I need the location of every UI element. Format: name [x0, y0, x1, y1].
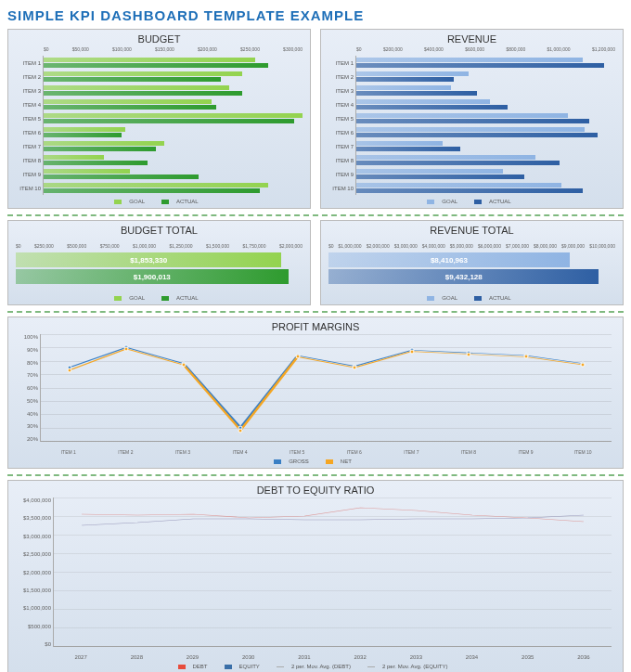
row-label: ITEM 5: [328, 111, 356, 125]
hbar-row: [356, 56, 615, 70]
budget-total-title: BUDGET TOTAL: [16, 225, 303, 236]
revenue-total-title: REVENUE TOTAL: [328, 225, 615, 236]
hbar-row: [44, 56, 303, 70]
row-label: ITEM 8: [16, 153, 44, 167]
hbar-row: [44, 181, 303, 195]
budget-panel: BUDGET $0$50,000$100,000$150,000$200,000…: [7, 29, 311, 209]
row-label: ITEM 7: [16, 139, 44, 153]
data-point: [467, 352, 471, 356]
hbar-row: [356, 167, 615, 181]
hbar-row: [356, 139, 615, 153]
row-label: ITEM 1: [16, 56, 44, 70]
data-point: [124, 346, 129, 351]
hbar-row: [44, 153, 303, 167]
row-label: ITEM 6: [328, 125, 356, 139]
hbar-row: [44, 167, 303, 181]
hbar-row: [356, 70, 615, 84]
hbar-row: [44, 70, 303, 84]
row-label: ITEM 3: [16, 84, 44, 97]
data-point: [353, 365, 357, 369]
hbar-row: [356, 125, 615, 139]
budget-total-actual-bar: $1,900,013: [16, 269, 289, 284]
data-point: [238, 428, 243, 433]
page-title: SIMPLE KPI DASHBOARD TEMPLATE EXAMPLE: [7, 7, 624, 23]
row-label: ITEM 8: [328, 153, 356, 167]
row-label: ITEM 7: [328, 139, 356, 153]
row-label: ITEM 10: [16, 181, 44, 195]
hbar-row: [356, 84, 615, 97]
row-label: ITEM 9: [328, 167, 356, 181]
hbar-row: [356, 181, 615, 195]
row-label: ITEM 2: [16, 70, 44, 84]
hbar-row: [44, 125, 303, 139]
row-label: ITEM 10: [328, 181, 356, 195]
hbar-row: [356, 153, 615, 167]
row-label: ITEM 4: [328, 97, 356, 111]
row-label: ITEM 3: [328, 84, 356, 97]
budget-title: BUDGET: [16, 33, 303, 45]
hbar-row: [356, 111, 615, 125]
data-point: [181, 363, 186, 368]
debt-equity-panel: DEBT TO EQUITY RATIO $4,000,000$3,500,00…: [7, 480, 624, 672]
row-label: ITEM 6: [16, 125, 44, 139]
data-point: [67, 368, 71, 372]
budget-total-panel: BUDGET TOTAL $0$250,000$500,000$750,000$…: [7, 220, 311, 305]
revenue-total-goal-bar: $8,410,963: [328, 252, 570, 267]
row-label: ITEM 9: [16, 167, 44, 181]
hbar-row: [44, 97, 303, 111]
revenue-total-actual-bar: $9,432,128: [328, 269, 599, 284]
row-label: ITEM 5: [16, 111, 44, 125]
profit-title: PROFIT MARGINS: [16, 321, 615, 332]
revenue-title: REVENUE: [328, 33, 615, 45]
row-label: ITEM 1: [328, 56, 356, 70]
hbar-row: [44, 111, 303, 125]
hbar-row: [44, 84, 303, 97]
data-point: [581, 363, 586, 368]
data-point: [409, 349, 414, 354]
profit-panel: PROFIT MARGINS 100%90%80%70%60%50%40%30%…: [7, 317, 624, 469]
row-label: ITEM 2: [328, 70, 356, 84]
revenue-panel: REVENUE $0$200,000$400,000$600,000$800,0…: [320, 29, 624, 209]
divider: [7, 214, 624, 216]
revenue-total-panel: REVENUE TOTAL $0$1,000,000$2,000,000$3,0…: [320, 220, 624, 305]
revenue-legend: GOALACTUAL: [328, 199, 615, 204]
row-label: ITEM 4: [16, 97, 44, 111]
divider: [7, 311, 624, 313]
data-point: [523, 355, 528, 359]
hbar-row: [356, 97, 615, 111]
data-point: [295, 355, 300, 359]
debt-equity-title: DEBT TO EQUITY RATIO: [16, 485, 615, 496]
budget-legend: GOALACTUAL: [16, 199, 303, 204]
budget-total-goal-bar: $1,853,330: [16, 252, 281, 267]
divider: [7, 474, 624, 476]
hbar-row: [44, 139, 303, 153]
